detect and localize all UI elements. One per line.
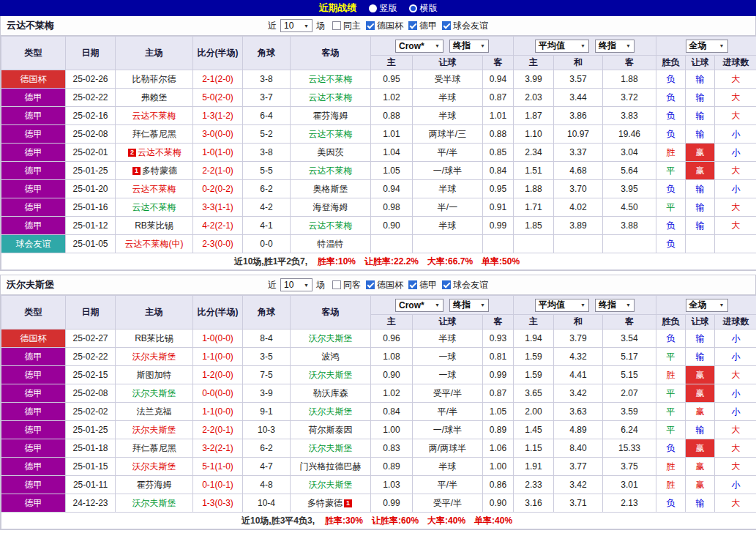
radio-vertical-layout[interactable]: 竖版 (369, 2, 397, 15)
cell-hcap: 平/半 (413, 144, 483, 162)
result-row: 德甲25-02-15斯图加特1-2(0-0)7-5沃尔夫斯堡0.90一球0.99… (1, 366, 756, 384)
cell-away[interactable]: 云达不莱梅 (291, 162, 371, 180)
filter-checkbox[interactable]: 球会友谊 (442, 279, 488, 291)
summary-stat: 让胜率:22.2% (364, 256, 419, 267)
cell-hcap: 一球 (413, 366, 483, 384)
cell-o2: 0.99 (483, 366, 514, 384)
crown-odds-select[interactable]: Crow* ▼ (395, 40, 444, 53)
cell-home[interactable]: 法兰克福 (116, 403, 193, 421)
cell-e1: 2.33 (514, 476, 554, 494)
result-row: 球会友谊25-01-05云达不莱梅(中)2-3(0-0)0-0特温特负 (1, 235, 756, 253)
filter-checkbox[interactable]: 德国杯 (366, 20, 403, 32)
cell-away[interactable]: 云达不莱梅 (291, 217, 371, 235)
cell-away[interactable]: 多特蒙德1 (291, 494, 371, 513)
average-odds-select[interactable]: 平均值 ▼ (535, 299, 589, 312)
cell-o1: 1.03 (371, 476, 413, 494)
filter-checkbox[interactable]: 德甲 (408, 279, 437, 291)
cell-date: 25-01-11 (66, 476, 116, 494)
summary-prefix: 近10场,胜1平2负7, (234, 256, 307, 267)
cell-away[interactable]: 奥格斯堡 (291, 180, 371, 198)
cell-away[interactable]: 特温特 (291, 235, 371, 253)
cell-home[interactable]: 沃尔夫斯堡 (116, 494, 193, 513)
cell-home[interactable]: 弗赖堡 (116, 89, 193, 107)
cell-away[interactable]: 荷尔斯泰因 (291, 421, 371, 439)
cell-away[interactable]: 沃尔夫斯堡 (291, 439, 371, 458)
cell-home[interactable]: 云达不莱梅 (116, 198, 193, 217)
filter-checkbox[interactable]: 球会友谊 (442, 20, 488, 32)
cell-away[interactable]: 霍芬海姆 (291, 107, 371, 125)
cell-away[interactable]: 门兴格拉德巴赫 (291, 458, 371, 476)
cell-e2: 3.63 (554, 403, 603, 421)
cell-home[interactable]: 拜仁慕尼黑 (116, 125, 193, 144)
cell-home[interactable]: 沃尔夫斯堡 (116, 384, 193, 403)
subcol-home-odds: 主 (371, 56, 413, 70)
cell-date: 25-01-18 (66, 439, 116, 458)
filter-checkbox[interactable]: 同客 (332, 279, 361, 291)
cell-type: 德国杯 (1, 330, 66, 348)
cell-score: 3-2(2-1) (193, 439, 243, 458)
final-index-select-2[interactable]: 终指 ▼ (595, 40, 635, 53)
cell-home[interactable]: 斯图加特 (116, 366, 193, 384)
cell-let: 赢 (686, 162, 715, 180)
cell-home[interactable]: 霍芬海姆 (116, 476, 193, 494)
filter-checkbox[interactable]: 德国杯 (366, 279, 403, 291)
radio-label: 横版 (420, 2, 438, 15)
cell-o2: 0.81 (483, 348, 514, 366)
cell-home[interactable]: 云达不莱梅(中) (116, 235, 193, 253)
cell-e1: 3.99 (514, 70, 554, 89)
cell-home[interactable]: RB莱比锡 (116, 330, 193, 348)
cell-let: 输 (686, 107, 715, 125)
cell-e2: 4.89 (554, 421, 603, 439)
cell-wdl: 负 (656, 494, 686, 513)
cell-away[interactable]: 沃尔夫斯堡 (291, 330, 371, 348)
cell-home[interactable]: 云达不莱梅 (116, 107, 193, 125)
recent-count-select[interactable]: 10 ▼ (280, 278, 312, 291)
column-header-corner: 角球 (243, 296, 291, 330)
cell-home[interactable]: 2云达不莱梅 (116, 144, 193, 162)
result-group-header: 全场 ▼ (656, 37, 756, 56)
full-match-select[interactable]: 全场 ▼ (686, 40, 728, 53)
crown-odds-select[interactable]: Crow* ▼ (395, 299, 444, 312)
full-match-select[interactable]: 全场 ▼ (686, 299, 728, 312)
cell-home[interactable]: 云达不莱梅 (116, 180, 193, 198)
final-index-select-2[interactable]: 终指 ▼ (595, 299, 635, 312)
cell-away[interactable]: 云达不莱梅 (291, 125, 371, 144)
cell-home[interactable]: 沃尔夫斯堡 (116, 421, 193, 439)
cell-home[interactable]: 沃尔夫斯堡 (116, 348, 193, 366)
cell-e3: 5.15 (603, 366, 656, 384)
cell-away[interactable]: 海登海姆 (291, 198, 371, 217)
cell-ou: 大 (715, 70, 756, 89)
cell-away[interactable]: 波鸿 (291, 348, 371, 366)
cell-home[interactable]: 比勒菲尔德 (116, 70, 193, 89)
average-odds-select[interactable]: 平均值 ▼ (535, 40, 589, 53)
cell-away[interactable]: 美因茨 (291, 144, 371, 162)
final-index-select[interactable]: 终指 ▼ (449, 40, 489, 53)
cell-away[interactable]: 沃尔夫斯堡 (291, 476, 371, 494)
filter-checkbox[interactable]: 同主 (332, 20, 361, 32)
cell-date: 25-02-22 (66, 348, 116, 366)
final-index-select[interactable]: 终指 ▼ (449, 299, 489, 312)
cell-home[interactable]: 1多特蒙德 (116, 162, 193, 180)
recent-count-select[interactable]: 10 ▼ (280, 19, 312, 32)
cell-home[interactable]: RB莱比锡 (116, 217, 193, 235)
cell-home[interactable]: 拜仁慕尼黑 (116, 439, 193, 458)
cell-away[interactable]: 沃尔夫斯堡 (291, 403, 371, 421)
cell-e2: 3.57 (554, 70, 603, 89)
filter-checkbox[interactable]: 德甲 (408, 20, 437, 32)
filter-checkbox-label: 德甲 (419, 20, 437, 32)
cell-wdl: 胜 (656, 458, 686, 476)
cell-corner: 6-2 (243, 180, 291, 198)
cell-ou: 小 (715, 180, 756, 198)
chevron-down-icon: ▼ (580, 43, 585, 48)
cell-away[interactable]: 勒沃库森 (291, 384, 371, 403)
cell-away[interactable]: 云达不莱梅 (291, 70, 371, 89)
cell-o1: 1.08 (371, 348, 413, 366)
cell-away[interactable]: 云达不莱梅 (291, 89, 371, 107)
radio-horizontal-layout[interactable]: 横版 (409, 2, 438, 15)
cell-home[interactable]: 沃尔夫斯堡 (116, 458, 193, 476)
cell-away[interactable]: 沃尔夫斯堡 (291, 366, 371, 384)
cell-corner: 10-4 (243, 494, 291, 513)
cell-wdl: 负 (656, 235, 686, 253)
subcol-handicap: 让球 (413, 315, 483, 330)
cell-o2: 0.93 (483, 330, 514, 348)
